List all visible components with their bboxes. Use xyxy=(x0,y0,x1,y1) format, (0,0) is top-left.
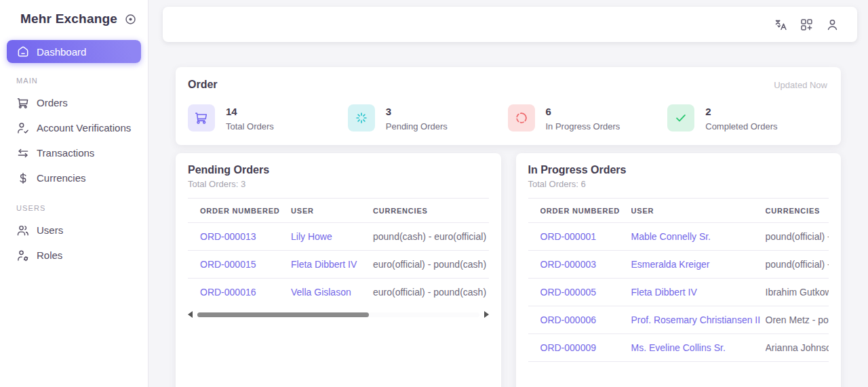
content: Order Updated Now 14 Total Orders xyxy=(149,42,868,387)
stat-pending-orders: 3 Pending Orders xyxy=(348,104,508,131)
sidebar-toggle-icon[interactable] xyxy=(124,13,137,26)
order-link[interactable]: ORD-000013 xyxy=(200,223,291,250)
table-row: ORD-000016 Vella Gislason euro(official)… xyxy=(188,278,489,306)
scrollbar-thumb[interactable] xyxy=(197,312,369,317)
cart-icon xyxy=(188,104,215,131)
user-link[interactable]: Prof. Rosemary Christiansen II xyxy=(631,306,766,333)
col-user: USER xyxy=(291,199,373,222)
table-row: ORD-000013 Lily Howe pound(cash) - euro(… xyxy=(188,222,489,250)
brand: Mehr Exchange xyxy=(0,0,148,33)
sidebar-item-label: Dashboard xyxy=(37,46,86,58)
app-title: Mehr Exchange xyxy=(20,12,117,26)
pending-orders-card: Pending Orders Total Orders: 3 ORDER NUM… xyxy=(176,153,501,387)
scrollbar-track[interactable] xyxy=(197,312,479,317)
stat-value: 2 xyxy=(705,104,777,117)
order-link[interactable]: ORD-000009 xyxy=(540,334,631,361)
table-row: ORD-000005 Fleta Dibbert IV Ibrahim Gutk… xyxy=(528,278,829,306)
stat-label: Total Orders xyxy=(226,121,274,131)
pending-orders-title: Pending Orders xyxy=(188,164,489,176)
currencies-cell: euro(official) - pound(cash) xyxy=(373,251,489,278)
topbar xyxy=(163,7,857,42)
scroll-right-arrow[interactable] xyxy=(484,311,489,318)
stat-label: Pending Orders xyxy=(386,121,448,131)
col-order-numbered: ORDER NUMBERED xyxy=(200,199,291,222)
table-row: ORD-000006 Prof. Rosemary Christiansen I… xyxy=(528,306,829,333)
order-link[interactable]: ORD-000015 xyxy=(200,251,291,278)
horizontal-scrollbar[interactable] xyxy=(188,310,489,319)
sidebar-item-label: Currencies xyxy=(37,172,86,184)
sidebar-item-transactions[interactable]: Transactions xyxy=(0,140,141,165)
inprogress-orders-title: In Progress Orders xyxy=(528,164,829,176)
user-gear-icon xyxy=(16,249,30,262)
order-link[interactable]: ORD-000005 xyxy=(540,279,631,306)
order-summary-card: Order Updated Now 14 Total Orders xyxy=(176,67,841,145)
user-link[interactable]: Lily Howe xyxy=(291,223,373,250)
updated-now-label: Updated Now xyxy=(774,80,827,90)
currencies-cell: pound(official) - xyxy=(766,251,829,278)
grid-add-icon[interactable] xyxy=(800,18,814,32)
currencies-cell: Ibrahim Gutkows xyxy=(766,279,829,306)
col-currencies: CURRENCIES xyxy=(373,199,489,222)
user-link[interactable]: Ms. Eveline Collins Sr. xyxy=(631,334,766,361)
language-icon[interactable] xyxy=(774,18,788,32)
col-currencies: CURRENCIES xyxy=(766,199,829,222)
currencies-cell: Oren Metz - pou xyxy=(766,306,829,333)
inprogress-orders-subtitle: Total Orders: 6 xyxy=(528,179,829,189)
col-user: USER xyxy=(631,199,766,222)
sidebar-item-users[interactable]: Users xyxy=(0,218,141,243)
check-icon xyxy=(667,104,694,131)
sidebar-item-label: Users xyxy=(37,224,63,236)
sidebar-section-main: MAIN xyxy=(0,63,148,90)
user-link[interactable]: Fleta Dibbert IV xyxy=(631,279,766,306)
sidebar-item-label: Orders xyxy=(37,97,68,108)
pending-orders-subtitle: Total Orders: 3 xyxy=(188,179,489,189)
order-card-title: Order xyxy=(188,79,218,91)
order-stats: 14 Total Orders 3 Pending Orders xyxy=(188,104,827,131)
sidebar-item-label: Roles xyxy=(37,249,62,261)
sidebar-item-label: Account Verifications xyxy=(37,122,131,134)
stat-value: 3 xyxy=(386,104,448,117)
currencies-cell: euro(official) - pound(cash) xyxy=(373,279,489,306)
sidebar-item-roles[interactable]: Roles xyxy=(0,243,141,268)
table-row: ORD-000009 Ms. Eveline Collins Sr. Arian… xyxy=(528,333,829,361)
row-divider xyxy=(528,361,829,362)
user-link[interactable]: Vella Gislason xyxy=(291,279,373,306)
stat-completed-orders: 2 Completed Orders xyxy=(667,104,827,131)
sidebar: Mehr Exchange Dashboard MAIN Orders xyxy=(0,0,149,387)
inprogress-orders-card: In Progress Orders Total Orders: 6 ORDER… xyxy=(516,153,842,387)
sidebar-section-users: USERS xyxy=(0,190,148,218)
col-order-numbered: ORDER NUMBERED xyxy=(540,199,631,222)
currencies-cell: pound(official) - xyxy=(766,223,829,250)
sidebar-item-currencies[interactable]: Currencies xyxy=(0,165,141,190)
user-check-icon xyxy=(16,121,30,135)
stat-inprogress-orders: 6 In Progress Orders xyxy=(508,104,668,131)
loader-icon xyxy=(348,104,375,131)
stat-value: 6 xyxy=(546,104,620,117)
progress-circle-icon xyxy=(508,104,535,131)
table-row: ORD-000015 Fleta Dibbert IV euro(officia… xyxy=(188,250,489,278)
order-link[interactable]: ORD-000016 xyxy=(200,279,291,306)
stat-value: 14 xyxy=(226,104,274,117)
order-link[interactable]: ORD-000003 xyxy=(540,251,631,278)
currencies-cell: pound(cash) - euro(official) xyxy=(373,223,489,250)
user-icon[interactable] xyxy=(825,18,840,32)
scroll-left-arrow[interactable] xyxy=(188,311,193,318)
stat-total-orders: 14 Total Orders xyxy=(188,104,348,131)
sidebar-item-label: Transactions xyxy=(37,147,94,159)
currencies-cell: Arianna Johnson xyxy=(766,334,829,361)
sidebar-item-account-verifications[interactable]: Account Verifications xyxy=(0,115,141,140)
main-area: Order Updated Now 14 Total Orders xyxy=(149,0,868,387)
users-icon xyxy=(16,224,30,237)
user-link[interactable]: Mable Connelly Sr. xyxy=(631,223,766,250)
stat-label: In Progress Orders xyxy=(546,121,620,131)
user-link[interactable]: Fleta Dibbert IV xyxy=(291,251,373,278)
order-link[interactable]: ORD-000006 xyxy=(540,306,631,333)
sidebar-item-orders[interactable]: Orders xyxy=(0,90,141,115)
home-icon xyxy=(16,45,30,58)
table-row: ORD-000003 Esmeralda Kreiger pound(offic… xyxy=(528,250,829,278)
table-header: ORDER NUMBERED USER CURRENCIES xyxy=(188,198,489,222)
sidebar-item-dashboard[interactable]: Dashboard xyxy=(7,40,141,63)
user-link[interactable]: Esmeralda Kreiger xyxy=(631,251,766,278)
stat-label: Completed Orders xyxy=(705,121,777,131)
order-link[interactable]: ORD-000001 xyxy=(540,223,631,250)
